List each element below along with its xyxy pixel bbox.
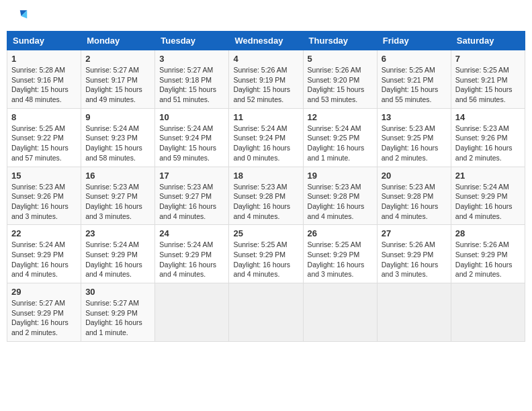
day-info: Sunrise: 5:28 AMSunset: 9:16 PMDaylight:… <box>11 66 69 103</box>
calendar-week-row: 15 Sunrise: 5:23 AMSunset: 9:26 PMDaylig… <box>7 167 525 225</box>
day-info: Sunrise: 5:27 AMSunset: 9:29 PMDaylight:… <box>85 299 142 336</box>
calendar-cell: 19 Sunrise: 5:23 AMSunset: 9:28 PMDaylig… <box>303 167 377 225</box>
day-info: Sunrise: 5:27 AMSunset: 9:29 PMDaylight:… <box>11 299 69 336</box>
day-info: Sunrise: 5:23 AMSunset: 9:27 PMDaylight:… <box>159 183 216 220</box>
calendar-cell <box>229 283 303 342</box>
day-info: Sunrise: 5:25 AMSunset: 9:29 PMDaylight:… <box>308 240 365 278</box>
day-number: 24 <box>159 228 224 238</box>
day-number: 21 <box>455 171 521 181</box>
calendar-weekday-header: Tuesday <box>155 32 229 50</box>
day-info: Sunrise: 5:26 AMSunset: 9:29 PMDaylight:… <box>382 240 439 278</box>
calendar-weekday-header: Monday <box>81 32 155 50</box>
calendar-cell: 21 Sunrise: 5:24 AMSunset: 9:29 PMDaylig… <box>451 167 525 225</box>
calendar-week-row: 8 Sunrise: 5:25 AMSunset: 9:22 PMDayligh… <box>7 108 525 167</box>
day-number: 11 <box>233 112 298 122</box>
day-info: Sunrise: 5:24 AMSunset: 9:29 PMDaylight:… <box>159 240 216 278</box>
calendar-cell: 13 Sunrise: 5:23 AMSunset: 9:25 PMDaylig… <box>377 108 451 167</box>
day-info: Sunrise: 5:24 AMSunset: 9:29 PMDaylight:… <box>455 183 513 220</box>
calendar-cell: 27 Sunrise: 5:26 AMSunset: 9:29 PMDaylig… <box>377 225 451 283</box>
calendar-cell: 26 Sunrise: 5:25 AMSunset: 9:29 PMDaylig… <box>303 225 377 283</box>
calendar-cell: 20 Sunrise: 5:23 AMSunset: 9:28 PMDaylig… <box>377 167 451 225</box>
calendar-weekday-header: Friday <box>377 32 451 50</box>
day-number: 1 <box>11 54 77 64</box>
day-number: 8 <box>11 112 77 122</box>
day-info: Sunrise: 5:26 AMSunset: 9:29 PMDaylight:… <box>455 240 513 278</box>
day-number: 15 <box>11 171 77 181</box>
day-number: 20 <box>382 171 447 181</box>
calendar-cell: 28 Sunrise: 5:26 AMSunset: 9:29 PMDaylig… <box>451 225 525 283</box>
day-info: Sunrise: 5:24 AMSunset: 9:29 PMDaylight:… <box>11 240 69 278</box>
calendar-cell: 25 Sunrise: 5:25 AMSunset: 9:29 PMDaylig… <box>229 225 303 283</box>
day-number: 29 <box>11 287 77 297</box>
day-number: 6 <box>382 54 447 64</box>
day-number: 9 <box>85 112 150 122</box>
day-number: 2 <box>85 54 150 64</box>
calendar-body: 1 Sunrise: 5:28 AMSunset: 9:16 PMDayligh… <box>7 50 525 342</box>
calendar-cell: 9 Sunrise: 5:24 AMSunset: 9:23 PMDayligh… <box>81 108 155 167</box>
day-number: 22 <box>11 228 77 238</box>
calendar-cell: 6 Sunrise: 5:25 AMSunset: 9:21 PMDayligh… <box>377 50 451 109</box>
calendar-cell <box>451 283 525 342</box>
calendar-cell <box>155 283 229 342</box>
day-number: 7 <box>455 54 521 64</box>
day-number: 4 <box>233 54 298 64</box>
calendar-cell: 8 Sunrise: 5:25 AMSunset: 9:22 PMDayligh… <box>7 108 81 167</box>
calendar-cell: 3 Sunrise: 5:27 AMSunset: 9:18 PMDayligh… <box>155 50 229 109</box>
day-info: Sunrise: 5:23 AMSunset: 9:26 PMDaylight:… <box>11 183 69 220</box>
calendar-cell <box>303 283 377 342</box>
day-number: 14 <box>455 112 521 122</box>
calendar-cell: 22 Sunrise: 5:24 AMSunset: 9:29 PMDaylig… <box>7 225 81 283</box>
calendar-cell <box>377 283 451 342</box>
calendar-cell: 17 Sunrise: 5:23 AMSunset: 9:27 PMDaylig… <box>155 167 229 225</box>
logo <box>9 7 31 26</box>
day-number: 25 <box>233 228 298 238</box>
day-number: 27 <box>382 228 447 238</box>
day-info: Sunrise: 5:24 AMSunset: 9:24 PMDaylight:… <box>159 124 216 162</box>
calendar-weekday-header: Sunday <box>7 32 81 50</box>
day-info: Sunrise: 5:27 AMSunset: 9:18 PMDaylight:… <box>159 66 216 103</box>
day-info: Sunrise: 5:23 AMSunset: 9:28 PMDaylight:… <box>233 183 290 220</box>
day-number: 19 <box>308 171 373 181</box>
calendar-cell: 14 Sunrise: 5:23 AMSunset: 9:26 PMDaylig… <box>451 108 525 167</box>
calendar-cell: 24 Sunrise: 5:24 AMSunset: 9:29 PMDaylig… <box>155 225 229 283</box>
logo-icon <box>9 7 28 26</box>
day-number: 16 <box>85 171 150 181</box>
calendar-weekday-header: Wednesday <box>229 32 303 50</box>
calendar-week-row: 1 Sunrise: 5:28 AMSunset: 9:16 PMDayligh… <box>7 50 525 109</box>
calendar-weekday-header: Saturday <box>451 32 525 50</box>
day-number: 12 <box>308 112 373 122</box>
calendar-cell: 16 Sunrise: 5:23 AMSunset: 9:27 PMDaylig… <box>81 167 155 225</box>
day-number: 30 <box>85 287 150 297</box>
day-info: Sunrise: 5:23 AMSunset: 9:26 PMDaylight:… <box>455 124 513 162</box>
day-info: Sunrise: 5:24 AMSunset: 9:25 PMDaylight:… <box>308 124 365 162</box>
day-info: Sunrise: 5:23 AMSunset: 9:27 PMDaylight:… <box>85 183 142 220</box>
calendar-table: SundayMondayTuesdayWednesdayThursdayFrid… <box>7 31 525 342</box>
day-number: 10 <box>159 112 224 122</box>
calendar-cell: 5 Sunrise: 5:26 AMSunset: 9:20 PMDayligh… <box>303 50 377 109</box>
calendar-header-row: SundayMondayTuesdayWednesdayThursdayFrid… <box>7 32 525 50</box>
day-info: Sunrise: 5:25 AMSunset: 9:29 PMDaylight:… <box>233 240 290 278</box>
calendar-cell: 2 Sunrise: 5:27 AMSunset: 9:17 PMDayligh… <box>81 50 155 109</box>
day-number: 13 <box>382 112 447 122</box>
day-info: Sunrise: 5:24 AMSunset: 9:23 PMDaylight:… <box>85 124 142 162</box>
calendar-cell: 12 Sunrise: 5:24 AMSunset: 9:25 PMDaylig… <box>303 108 377 167</box>
day-info: Sunrise: 5:24 AMSunset: 9:29 PMDaylight:… <box>85 240 142 278</box>
calendar-cell: 23 Sunrise: 5:24 AMSunset: 9:29 PMDaylig… <box>81 225 155 283</box>
day-info: Sunrise: 5:25 AMSunset: 9:21 PMDaylight:… <box>382 66 439 103</box>
calendar-week-row: 22 Sunrise: 5:24 AMSunset: 9:29 PMDaylig… <box>7 225 525 283</box>
calendar-weekday-header: Thursday <box>303 32 377 50</box>
page-header <box>7 7 525 26</box>
day-number: 3 <box>159 54 224 64</box>
day-info: Sunrise: 5:26 AMSunset: 9:20 PMDaylight:… <box>308 66 365 103</box>
calendar-cell: 4 Sunrise: 5:26 AMSunset: 9:19 PMDayligh… <box>229 50 303 109</box>
calendar-cell: 1 Sunrise: 5:28 AMSunset: 9:16 PMDayligh… <box>7 50 81 109</box>
day-info: Sunrise: 5:23 AMSunset: 9:28 PMDaylight:… <box>308 183 365 220</box>
day-info: Sunrise: 5:25 AMSunset: 9:21 PMDaylight:… <box>455 66 513 103</box>
day-number: 18 <box>233 171 298 181</box>
calendar-cell: 30 Sunrise: 5:27 AMSunset: 9:29 PMDaylig… <box>81 283 155 342</box>
day-info: Sunrise: 5:23 AMSunset: 9:25 PMDaylight:… <box>382 124 439 162</box>
day-number: 23 <box>85 228 150 238</box>
calendar-week-row: 29 Sunrise: 5:27 AMSunset: 9:29 PMDaylig… <box>7 283 525 342</box>
calendar-cell: 7 Sunrise: 5:25 AMSunset: 9:21 PMDayligh… <box>451 50 525 109</box>
day-number: 26 <box>308 228 373 238</box>
